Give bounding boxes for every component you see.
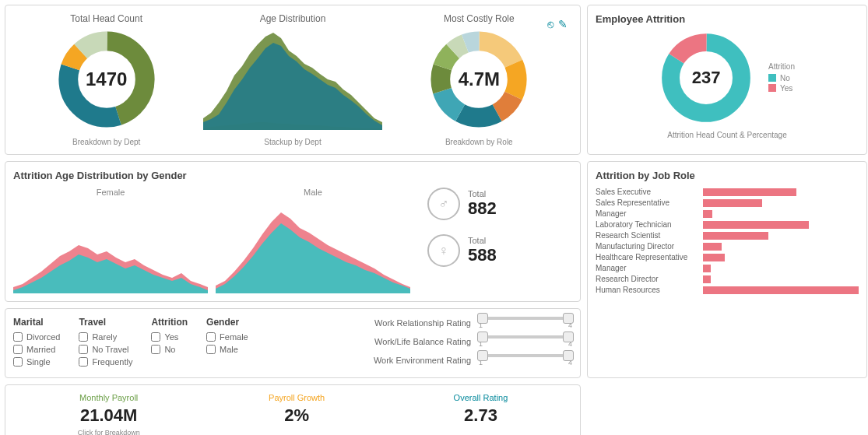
marital-title: Marital [13, 317, 60, 328]
legend-no-swatch [768, 74, 776, 82]
role-bar [703, 221, 809, 229]
chk-attr-no[interactable]: No [151, 345, 188, 354]
female-icon: ♀ [427, 234, 460, 267]
role-row[interactable]: Research Director [596, 275, 859, 283]
role-row[interactable]: Sales Executive [596, 188, 859, 196]
rating-value: 2.73 [454, 405, 508, 426]
role-label: Manager [596, 264, 697, 272]
role-bar-bg [703, 199, 859, 207]
male-chart[interactable] [216, 200, 410, 293]
cost-kpi: ⎋ ✎ Most Costly Role 4.7M Breakdow [386, 13, 572, 146]
role-label: Manufacturing Director [596, 242, 697, 251]
role-label: Healthcare Representative [596, 253, 697, 261]
legend-title: Attrition [768, 62, 795, 71]
role-row[interactable]: Manager [596, 209, 859, 218]
emp-attr-sub: Attrition Head Count & Percentage [596, 131, 859, 139]
agedist-kpi: Age Distribution Stackup by Dept [199, 13, 385, 146]
growth-value: 2% [269, 405, 325, 426]
role-label: Sales Representative [596, 198, 697, 207]
role-row[interactable]: Healthcare Representative [596, 253, 859, 261]
legend-yes-swatch [768, 84, 776, 92]
male-col: Male [216, 188, 410, 293]
payroll-sub: Click for Breakdown [78, 429, 140, 435]
female-col: Female [13, 188, 208, 293]
growth-title: Payroll Growth [269, 393, 325, 402]
agedist-sub: Stackup by Dept [264, 138, 321, 146]
role-row[interactable]: Laboratory Technician [596, 220, 859, 229]
emp-attr-legend: Attrition No Yes [768, 62, 795, 94]
slider-wlb-label: Work/Life Balance Rating [374, 337, 471, 346]
female-total: 588 [468, 245, 497, 265]
summary-card[interactable]: Monthly Payroll 21.04M Click for Breakdo… [5, 384, 581, 435]
cost-donut[interactable]: 4.7M [428, 29, 529, 130]
role-bar [703, 254, 725, 261]
role-row[interactable]: Manager [596, 264, 859, 272]
female-chart[interactable] [13, 200, 208, 293]
attr-age-card: Attrition Age Distribution by Gender Fem… [5, 161, 581, 302]
chk-married[interactable]: Married [13, 345, 60, 354]
chk-rarely[interactable]: Rarely [79, 332, 132, 342]
male-label: Male [216, 188, 410, 197]
role-bar [703, 210, 712, 218]
chk-attr-yes[interactable]: Yes [151, 332, 188, 342]
cost-sub: Breakdown by Role [445, 138, 513, 146]
attr-role-title: Attrition by Job Role [596, 170, 859, 181]
filter-attrition: Attrition Yes No [151, 317, 188, 357]
role-bar-bg [703, 210, 859, 218]
role-row[interactable]: Research Scientist [596, 231, 859, 240]
chk-notravel[interactable]: No Travel [79, 345, 132, 354]
edit-icon[interactable]: ✎ [558, 18, 568, 30]
female-label: Female [13, 188, 208, 197]
role-label: Research Director [596, 275, 697, 283]
role-bar-bg [703, 221, 859, 229]
slider-wr[interactable] [479, 317, 572, 320]
chk-male[interactable]: Male [206, 345, 248, 354]
female-total-label: Total [468, 236, 497, 245]
chk-freq[interactable]: Frequently [79, 357, 132, 367]
role-label: Research Scientist [596, 231, 697, 240]
role-label: Laboratory Technician [596, 220, 697, 229]
cost-value: 4.7M [428, 29, 529, 130]
sum-rating: Overall Rating 2.73 [454, 393, 508, 426]
sum-payroll: Monthly Payroll 21.04M Click for Breakdo… [78, 393, 140, 435]
emp-attr-donut[interactable]: 237 [659, 31, 753, 125]
role-bar-bg [703, 254, 859, 261]
role-row[interactable]: Sales Representative [596, 198, 859, 207]
sum-growth: Payroll Growth 2% [269, 393, 325, 426]
slider-we[interactable] [479, 354, 572, 357]
export-icon[interactable]: ⎋ [547, 18, 553, 30]
role-bar [703, 188, 796, 196]
male-icon: ♂ [427, 188, 460, 220]
male-total-label: Total [468, 189, 497, 198]
role-bar-bg [703, 275, 859, 283]
filters-card: Marital Divorced Married Single Travel R… [5, 308, 581, 378]
headcount-donut[interactable]: 1470 [56, 29, 157, 130]
role-bar-bg [703, 188, 859, 196]
filter-marital: Marital Divorced Married Single [13, 317, 60, 370]
male-total: 882 [468, 198, 497, 219]
chk-female[interactable]: Female [206, 332, 248, 342]
attrition-title: Attrition [151, 317, 188, 328]
agedist-chart[interactable] [203, 29, 382, 130]
slider-wr-label: Work Relationship Rating [374, 318, 471, 328]
travel-title: Travel [79, 317, 132, 328]
role-bar [703, 286, 859, 294]
chk-single[interactable]: Single [13, 357, 60, 367]
role-bar [703, 275, 711, 283]
chk-divorced[interactable]: Divorced [13, 332, 60, 342]
role-bar-bg [703, 265, 859, 272]
agedist-title: Age Distribution [260, 13, 326, 24]
headcount-title: Total Head Count [70, 13, 142, 24]
gender-title: Gender [206, 317, 248, 328]
role-row[interactable]: Human Resources [596, 286, 859, 294]
attr-role-card: Attrition by Job Role Sales ExecutiveSal… [587, 161, 867, 378]
headcount-kpi: Total Head Count 1470 Breakdown by Dept [13, 13, 199, 146]
filter-gender: Gender Female Male [206, 317, 248, 357]
emp-attr-value: 237 [659, 31, 753, 125]
employee-attrition-card: Employee Attrition 237 Attrition No Yes … [587, 5, 867, 155]
totals: ♂ Total 882 ♀ Total 588 [427, 188, 497, 267]
role-bar [703, 232, 768, 240]
slider-wlb[interactable] [479, 335, 572, 339]
role-bar-bg [703, 232, 859, 240]
role-row[interactable]: Manufacturing Director [596, 242, 859, 251]
